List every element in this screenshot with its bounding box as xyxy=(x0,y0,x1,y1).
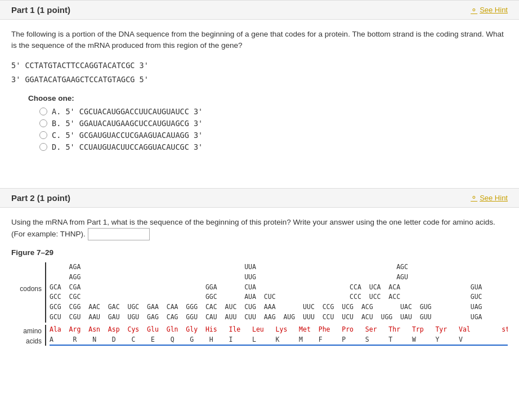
amino-names: Ala Arg Asn Asp Cys Glu Gln Gly His Ile … xyxy=(50,325,508,335)
option-b[interactable]: B. 5' GGAUACAUGAAGCUCCAUGUAGCG 3' xyxy=(39,119,508,128)
option-c-label: C. 5' GCGAUGUACCUCGAAGUACAUAGG 3' xyxy=(52,131,203,140)
codons-label: codons xyxy=(11,262,45,293)
part2-question: Using the mRNA from Part 1, what is the … xyxy=(11,217,508,240)
hint-icon: ⚬ xyxy=(471,6,477,15)
option-a-label: A. 5' CGCUACAUGGACCUUCAUGUAUCC 3' xyxy=(52,107,203,116)
radio-b[interactable] xyxy=(39,119,47,127)
option-c[interactable]: C. 5' GCGAUGUACCUCGAAGUACAUAGG 3' xyxy=(39,131,508,140)
dna-strand2: 3' GGATACATGAAGCTCCATGTAGCG 5' xyxy=(11,74,508,86)
amino-label: aminoacids xyxy=(11,325,45,346)
codon-row-4: GCC CGC GGC AUA CUC CCC UCC ACC GUC UAA xyxy=(50,292,508,302)
codon-row-3: GCA CGA GGA CUA CCA UCA ACA GUA xyxy=(50,283,508,293)
radio-a[interactable] xyxy=(39,108,47,115)
part2-header: Part 2 (1 point) ⚬ See Hint xyxy=(0,188,519,208)
codon-row-6: GCU CGU AAU GAU UGU GAG CAG GGU CAU AUU … xyxy=(50,312,508,323)
choose-label: Choose one: xyxy=(28,94,508,102)
options-list: A. 5' CGCUACAUGGACCUUCAUGUAUCC 3' B. 5' … xyxy=(39,107,508,151)
radio-c[interactable] xyxy=(39,131,47,139)
answer-input[interactable] xyxy=(88,228,150,240)
part2-content: Using the mRNA from Part 1, what is the … xyxy=(0,208,519,352)
option-b-label: B. 5' GGAUACAUGAAGCUCCAUGUAGCG 3' xyxy=(52,119,203,128)
part1-question: The following is a portion of the DNA se… xyxy=(11,29,508,52)
codon-row-5: GCG CGG AAC GAC UGC GAA CAA GGG CAC AUC … xyxy=(50,302,508,312)
amino-letters: A R N D C E Q G H I L K M F P S T W Y V xyxy=(50,335,508,346)
option-a[interactable]: A. 5' CGCUACAUGGACCUUCAUGUAUCC 3' xyxy=(39,107,508,116)
option-d[interactable]: D. 5' CCUAUGUACUUCCAGGUACAUCGC 3' xyxy=(39,142,508,151)
radio-d[interactable] xyxy=(39,143,47,151)
part2-title: Part 2 (1 point) xyxy=(11,193,70,203)
hint-icon2: ⚬ xyxy=(471,193,477,202)
figure-label: Figure 7–29 xyxy=(11,248,508,257)
codon-row-2: AGG UUG AGU xyxy=(50,272,508,283)
codon-row-1: AGA UUA AGC xyxy=(50,262,508,272)
codon-table-wrapper: codons AGA UUA AGC AGG UUG xyxy=(11,262,508,346)
dna-strand1: 5' CCTATGTACTTCCAGGTACATCGC 3' xyxy=(11,60,508,72)
option-d-label: D. 5' CCUAUGUACUUCCAGGUACAUCGC 3' xyxy=(52,142,203,151)
part2-see-hint[interactable]: ⚬ See Hint xyxy=(471,193,508,202)
part1-content: The following is a portion of the DNA se… xyxy=(0,20,519,166)
part1-see-hint[interactable]: ⚬ See Hint xyxy=(471,6,508,15)
part1-header: Part 1 (1 point) ⚬ See Hint xyxy=(0,0,519,20)
part1-title: Part 1 (1 point) xyxy=(11,5,70,15)
